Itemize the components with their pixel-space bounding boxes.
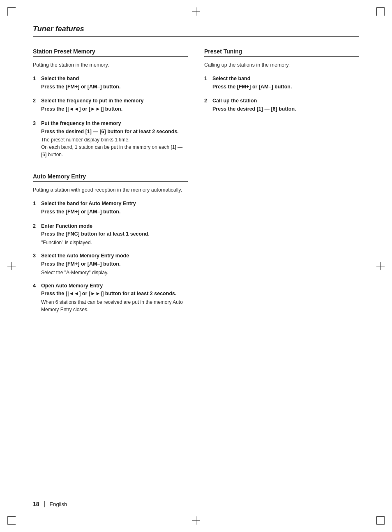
footer-divider [44,501,45,507]
step-heading: Select the band [212,75,359,83]
section-station-preset-intro: Putting the station in the memory. [33,61,188,69]
step-content: Select the frequency to put in the memor… [41,97,188,114]
corner-mark-tr [376,7,385,16]
step-instruction: Press the [FM+] or [AM–] button. [212,83,359,91]
list-item: 3 Select the Auto Memory Entry mode Pres… [33,252,188,276]
step-number: 4 [33,282,41,314]
section-auto-memory-intro: Putting a station with good reception in… [33,186,188,194]
step-heading: Call up the station [212,97,359,105]
center-crosshair-bottom [192,516,200,525]
step-content: Enter Function mode Press the [FNC] butt… [41,222,188,247]
list-item: 1 Select the band Press the [FM+] or [AM… [204,75,359,92]
preset-tuning-steps: 1 Select the band Press the [FM+] or [AM… [204,75,359,114]
step-note: Select the "A-Memory" display. [41,269,188,276]
step-heading: Select the band [41,75,188,83]
step-content: Put the frequency in the memory Press th… [41,120,188,159]
step-instruction: Press the [|◄◄] or [►►|] button for at l… [41,290,188,298]
step-number: 2 [33,97,41,114]
page: Tuner features Station Preset Memory Put… [0,0,392,532]
section-preset-tuning: Preset Tuning Calling up the stations in… [204,48,359,114]
step-number: 1 [204,75,212,92]
step-number: 3 [33,120,41,159]
step-content: Call up the station Press the desired [1… [212,97,359,114]
step-number: 1 [33,75,41,92]
list-item: 4 Open Auto Memory Entry Press the [|◄◄]… [33,282,188,314]
footer-language: English [50,501,67,507]
center-crosshair-top [192,7,200,16]
section-auto-memory: Auto Memory Entry Putting a station with… [33,173,188,313]
step-heading: Put the frequency in the memory [41,120,188,127]
step-note: The preset number display blinks 1 time.… [41,136,188,158]
step-content: Select the band for Auto Memory Entry Pr… [41,200,188,217]
left-column: Station Preset Memory Putting the statio… [33,48,188,319]
list-item: 2 Call up the station Press the desired … [204,97,359,114]
corner-mark-br [376,516,385,525]
station-preset-steps: 1 Select the band Press the [FM+] or [AM… [33,75,188,159]
section-station-preset: Station Preset Memory Putting the statio… [33,48,188,158]
step-content: Select the Auto Memory Entry mode Press … [41,252,188,276]
step-instruction: Press the [FNC] button for at least 1 se… [41,230,188,238]
corner-mark-bl [7,516,16,525]
section-auto-memory-title: Auto Memory Entry [33,173,188,180]
list-item: 3 Put the frequency in the memory Press … [33,120,188,159]
step-heading: Select the band for Auto Memory Entry [41,200,188,208]
title-rule [33,36,359,37]
step-instruction: Press the [FM+] or [AM–] button. [41,260,188,268]
section-auto-memory-rule [33,181,188,182]
section-preset-tuning-intro: Calling up the stations in the memory. [204,61,359,69]
step-note: When 6 stations that can be received are… [41,298,188,313]
step-number: 2 [204,97,212,114]
footer: 18 English [33,501,359,507]
list-item: 2 Select the frequency to put in the mem… [33,97,188,114]
step-content: Select the band Press the [FM+] or [AM–]… [41,75,188,92]
center-crosshair-right [376,262,385,270]
center-crosshair-left [7,262,16,270]
section-station-preset-title: Station Preset Memory [33,48,188,55]
list-item: 2 Enter Function mode Press the [FNC] bu… [33,222,188,247]
step-number: 2 [33,222,41,247]
page-title: Tuner features [33,25,359,33]
right-column: Preset Tuning Calling up the stations in… [204,48,359,319]
step-instruction: Press the [|◄◄] or [►►|] button. [41,105,188,113]
list-item: 1 Select the band Press the [FM+] or [AM… [33,75,188,92]
list-item: 1 Select the band for Auto Memory Entry … [33,200,188,217]
auto-memory-steps: 1 Select the band for Auto Memory Entry … [33,200,188,313]
step-heading: Open Auto Memory Entry [41,282,188,290]
main-columns: Station Preset Memory Putting the statio… [33,48,359,319]
step-number: 3 [33,252,41,276]
step-content: Select the band Press the [FM+] or [AM–]… [212,75,359,92]
section-station-preset-rule [33,56,188,57]
step-heading: Select the Auto Memory Entry mode [41,252,188,260]
section-preset-tuning-title: Preset Tuning [204,48,359,55]
step-instruction: Press the [FM+] or [AM–] button. [41,83,188,91]
section-preset-tuning-rule [204,56,359,57]
step-instruction: Press the desired [1] — [6] button for a… [41,128,188,136]
step-content: Open Auto Memory Entry Press the [|◄◄] o… [41,282,188,314]
step-heading: Select the frequency to put in the memor… [41,97,188,105]
corner-mark-tl [7,7,16,16]
step-heading: Enter Function mode [41,222,188,230]
step-instruction: Press the desired [1] — [6] button. [212,105,359,113]
step-number: 1 [33,200,41,217]
step-note: "Function" is displayed. [41,239,188,246]
footer-page-number: 18 [33,501,39,507]
step-instruction: Press the [FM+] or [AM–] button. [41,208,188,216]
